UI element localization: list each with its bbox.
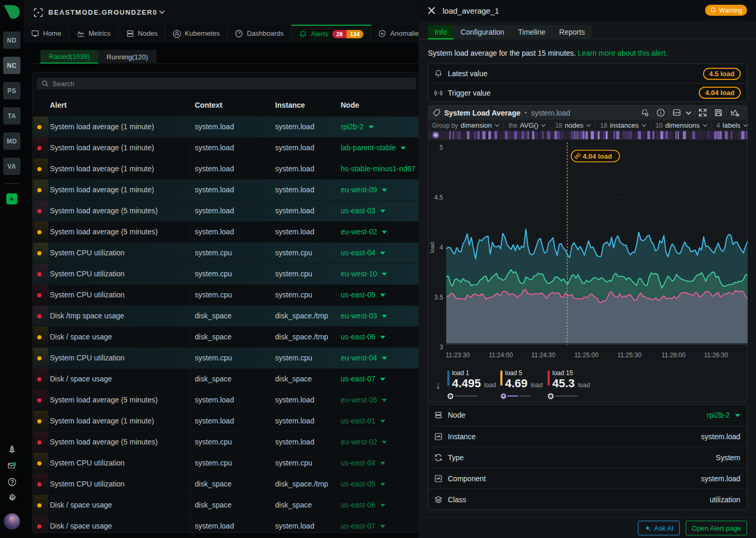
svg-text:3: 3 <box>439 344 443 351</box>
svg-text:5: 5 <box>439 144 443 151</box>
svg-text:11:24:00: 11:24:00 <box>489 351 513 359</box>
svg-text:11:23:30: 11:23:30 <box>446 351 470 359</box>
svg-text:4.04 load: 4.04 load <box>583 152 612 160</box>
svg-text:11:25:30: 11:25:30 <box>617 351 642 359</box>
svg-text:4.5: 4.5 <box>434 194 443 201</box>
svg-text:11:25:00: 11:25:00 <box>574 351 598 359</box>
svg-text:load: load <box>429 242 435 253</box>
svg-text:3.5: 3.5 <box>434 294 443 301</box>
svg-text:11:26:00: 11:26:00 <box>662 351 686 359</box>
svg-text:11:24:30: 11:24:30 <box>531 351 555 359</box>
svg-text:11:26:30: 11:26:30 <box>704 351 728 359</box>
svg-text:4: 4 <box>439 244 443 251</box>
